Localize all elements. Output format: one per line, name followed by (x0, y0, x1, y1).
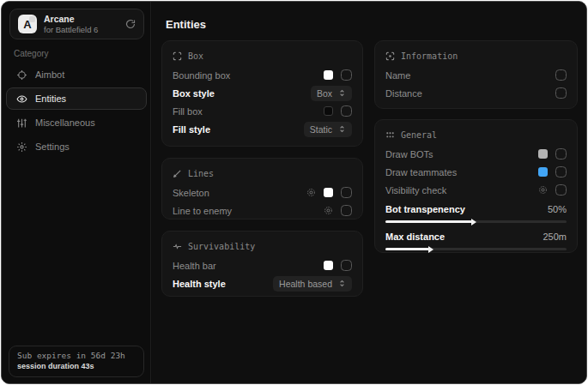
setting-label: Name (385, 70, 555, 81)
setting-label: Skeleton (173, 188, 306, 198)
dropdown-value: Static (310, 124, 332, 135)
sidebar-item-label: Entities (35, 93, 66, 104)
setting-label: Fill box (173, 106, 324, 117)
line-to-enemy-checkbox[interactable] (341, 205, 352, 216)
scan-brackets-icon (173, 51, 182, 61)
gear-icon[interactable] (324, 206, 333, 215)
color-swatch[interactable] (324, 106, 333, 116)
chevrons-up-down-icon (338, 125, 346, 133)
setting-row-health-bar: Health bar (173, 256, 352, 274)
box-card-header: Box (173, 49, 352, 63)
skeleton-checkbox[interactable] (341, 187, 352, 198)
sidebar-item-miscellaneous[interactable]: Miscellaneous (6, 111, 147, 134)
slider-fill[interactable] (385, 248, 429, 250)
setting-row-skeleton: Skeleton (173, 183, 352, 202)
gear-icon[interactable] (538, 185, 548, 195)
app-header-card: A Arcane for Battlefield 6 (9, 9, 144, 39)
app-title: Arcane (44, 14, 125, 24)
setting-label: Health bar (173, 261, 324, 271)
sub-expiry-text: Sub expires in 56d 23h (17, 351, 136, 360)
sidebar-menu: Aimbot Entities Miscellaneous (6, 63, 147, 159)
box-card: Box Bounding box Box style Box Fill box (161, 40, 363, 147)
sidebar-item-label: Miscellaneous (35, 117, 95, 128)
color-swatch[interactable] (324, 261, 333, 270)
eye-icon (15, 93, 27, 105)
lines-card-title: Lines (188, 169, 214, 178)
max-distance-slider-block: Max distance 250m (385, 229, 567, 250)
chevrons-up-down-icon (338, 89, 346, 97)
lines-card-header: Lines (173, 166, 352, 180)
fill-box-checkbox[interactable] (341, 105, 352, 117)
subscription-info-card: Sub expires in 56d 23h session duration … (9, 346, 144, 377)
setting-row-name: Name (385, 66, 567, 84)
general-card-header: General (385, 128, 567, 141)
dropdown-value: Box (317, 88, 332, 99)
lines-card: Lines Skeleton Line to enemy (161, 158, 363, 220)
general-card-title: General (401, 130, 437, 140)
app-subtitle: for Battlefield 6 (44, 25, 125, 34)
survivability-card: Survivability Health bar Health style He… (161, 231, 363, 297)
color-swatch[interactable] (324, 188, 333, 197)
setting-row-line-to-enemy: Line to enemy (173, 202, 352, 220)
category-label: Category (14, 49, 49, 58)
information-card-header: Information (385, 49, 567, 63)
health-style-dropdown[interactable]: Health based (273, 276, 352, 292)
setting-label: Line to enemy (173, 206, 324, 216)
setting-label: Draw teammates (385, 167, 538, 177)
chevrons-up-down-icon (338, 280, 346, 287)
draw-teammates-checkbox[interactable] (555, 166, 567, 177)
setting-row-distance: Distance (385, 84, 567, 102)
sidebar: A Arcane for Battlefield 6 Category Aimb… (2, 2, 151, 383)
slider-label: Bot transpenency (385, 204, 465, 214)
slider-value: 50% (548, 204, 567, 214)
color-swatch[interactable] (538, 167, 548, 177)
scan-info-icon (385, 51, 395, 61)
fill-style-dropdown[interactable]: Static (304, 122, 352, 137)
slider-fill[interactable] (385, 220, 472, 223)
slider-value: 250m (543, 232, 567, 242)
setting-row-draw-bots: Draw BOTs (385, 145, 567, 163)
bot-transparency-slider[interactable] (385, 220, 567, 223)
setting-label: Health style (173, 279, 273, 289)
sidebar-item-label: Aimbot (35, 69, 64, 80)
setting-row-draw-teammates: Draw teammates (385, 163, 567, 181)
visibility-check-checkbox[interactable] (555, 184, 567, 196)
setting-label: Draw BOTs (385, 149, 538, 159)
sidebar-item-aimbot[interactable]: Aimbot (6, 63, 147, 86)
bounding-box-checkbox[interactable] (341, 69, 352, 81)
color-swatch[interactable] (538, 149, 548, 159)
information-card-title: Information (401, 51, 458, 61)
box-style-dropdown[interactable]: Box (311, 86, 352, 101)
sidebar-item-entities[interactable]: Entities (6, 87, 147, 110)
information-card: Information Name Distance (374, 40, 578, 109)
gear-icon (15, 141, 27, 153)
setting-row-fill-box: Fill box (173, 102, 352, 120)
setting-label: Fill style (173, 124, 304, 135)
setting-row-visibility-check: Visibility check (385, 181, 567, 199)
sidebar-item-label: Settings (35, 141, 70, 152)
heart-pulse-icon (173, 242, 182, 251)
name-checkbox[interactable] (555, 69, 567, 81)
pencil-line-icon (173, 169, 182, 178)
grid-dots-icon (385, 130, 395, 140)
survivability-card-header: Survivability (173, 239, 352, 253)
color-swatch[interactable] (324, 70, 333, 80)
slider-label: Max distance (385, 232, 445, 242)
dropdown-value: Health based (279, 279, 332, 289)
setting-label: Bounding box (173, 70, 324, 81)
distance-checkbox[interactable] (555, 87, 567, 99)
refresh-icon[interactable] (125, 19, 136, 29)
sidebar-item-settings[interactable]: Settings (6, 135, 147, 158)
setting-row-box-style: Box style Box (173, 84, 352, 102)
setting-label: Visibility check (385, 185, 538, 196)
draw-bots-checkbox[interactable] (555, 148, 567, 159)
crosshair-icon (15, 69, 27, 81)
health-bar-checkbox[interactable] (341, 260, 352, 271)
session-duration-text: session duration 43s (17, 362, 136, 370)
setting-label: Box style (173, 88, 311, 99)
max-distance-slider[interactable] (385, 248, 567, 250)
bot-transparency-slider-block: Bot transpenency 50% (385, 202, 567, 223)
setting-row-fill-style: Fill style Static (173, 120, 352, 138)
gear-icon[interactable] (306, 188, 316, 197)
page-title: Entities (166, 18, 206, 31)
